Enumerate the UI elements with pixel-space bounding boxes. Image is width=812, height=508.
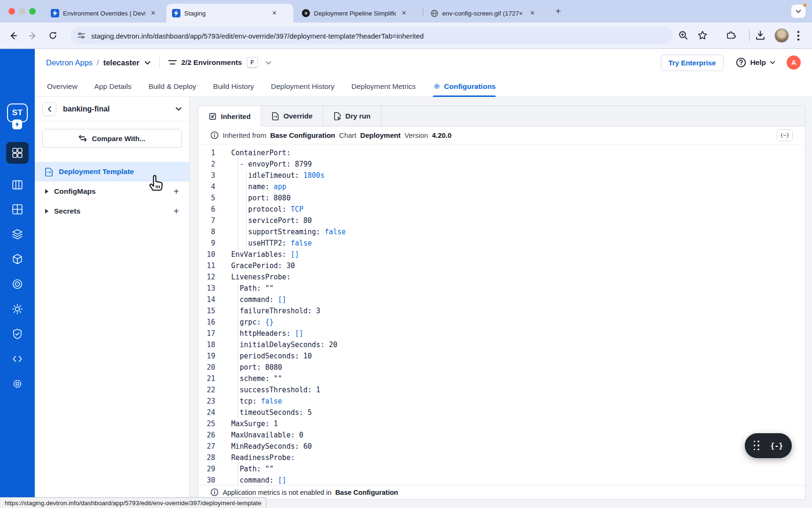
site-settings-icon[interactable] (77, 32, 86, 40)
environment-count[interactable]: 2/2 Environments (181, 58, 242, 67)
extensions-icon[interactable] (726, 30, 737, 41)
code-line[interactable]: 24 timeoutSeconds: 5 (198, 407, 805, 418)
sidebar-item-settings[interactable] (6, 373, 29, 395)
code-line[interactable]: 10EnvVariables: [] (198, 249, 805, 260)
template-tab-override[interactable]: Override (261, 106, 323, 126)
code-line[interactable]: 20 port: 8080 (198, 362, 805, 373)
expand-caret-icon[interactable] (45, 209, 48, 214)
code-line[interactable]: 2 - envoyPort: 8799 (198, 159, 805, 170)
add-icon[interactable]: + (173, 186, 179, 197)
line-number: 25 (198, 418, 225, 429)
zoom-page-icon[interactable] (678, 30, 689, 41)
nav-tab-build-history[interactable]: Build History (213, 76, 254, 97)
code-line[interactable]: 16 grpc: {} (198, 317, 805, 328)
nav-tab-configurations[interactable]: Configurations (433, 76, 496, 97)
code-line[interactable]: 28ReadinessProbe: (198, 452, 805, 463)
help-menu[interactable]: Help (736, 57, 775, 68)
code-line[interactable]: 5 port: 8080 (198, 192, 805, 204)
browser-profile-avatar[interactable] (774, 28, 789, 43)
try-enterprise-button[interactable]: Try Enterprise (661, 55, 724, 71)
nav-tab-deployment-metrics[interactable]: Deployment Metrics (351, 76, 416, 97)
window-close-button[interactable] (8, 8, 15, 15)
sidebar-item-chart-store[interactable] (6, 248, 29, 270)
nav-tab-app-details[interactable]: App Details (94, 76, 132, 97)
template-mode-tabs: Inherited Override Dry run (198, 106, 805, 127)
tab-close-icon[interactable]: ✕ (149, 9, 157, 17)
template-tab-inherited[interactable]: Inherited (198, 106, 261, 127)
code-line[interactable]: 8 supportStreaming: false (198, 226, 805, 238)
code-line[interactable]: 18 initialDelaySeconds: 20 (198, 339, 805, 350)
app-metrics-bar: Application metrics is not enabled in Ba… (198, 485, 805, 499)
code-line[interactable]: 14 command: [] (198, 294, 805, 305)
browser-tab[interactable]: Environment Overrides | Devt ✕ (45, 4, 164, 23)
tab-close-icon[interactable]: ✕ (270, 9, 279, 17)
code-line[interactable]: 11GracePeriod: 30 (198, 260, 805, 271)
code-line[interactable]: 4 name: app (198, 181, 805, 192)
url-bar[interactable]: staging.devtron.info/dashboard/app/5793/… (70, 27, 673, 44)
compare-with-button[interactable]: Compare With... (42, 129, 182, 148)
new-tab-button[interactable]: + (555, 6, 561, 17)
sidebar-item-deployment-targets[interactable] (6, 273, 29, 295)
code-line[interactable]: 19 periodSeconds: 10 (198, 350, 805, 362)
back-to-envs-button[interactable] (42, 102, 56, 116)
user-avatar[interactable]: A (787, 56, 801, 70)
window-minimize-button[interactable] (19, 8, 25, 15)
expand-caret-icon[interactable] (45, 189, 48, 194)
code-line[interactable]: 13 Path: "" (198, 283, 805, 294)
env-name-chevron-icon[interactable] (175, 107, 182, 111)
sidebar-item-jobs[interactable] (6, 174, 29, 196)
tab-close-icon[interactable]: ✕ (528, 9, 537, 17)
svg-text:✳: ✳ (304, 10, 308, 16)
sidebar-item-resource-browser[interactable] (6, 223, 29, 245)
sidebar-item-apps[interactable] (6, 142, 29, 164)
template-tab-dry-run[interactable]: Dry run (323, 106, 381, 126)
code-line[interactable]: 25MaxSurge: 1 (198, 418, 805, 429)
code-line[interactable]: 1ContainerPort: (198, 147, 805, 159)
breadcrumb-devtron-apps[interactable]: Devtron Apps (46, 58, 93, 67)
code-line[interactable]: 21 scheme: "" (198, 373, 805, 384)
code-line[interactable]: 27MinReadySeconds: 60 (198, 441, 805, 452)
bookmark-star-icon[interactable] (697, 30, 708, 41)
toggle-readme-button[interactable]: {⋯} (777, 129, 793, 141)
tab-close-icon[interactable]: ✕ (400, 9, 408, 17)
yaml-editor[interactable]: 1ContainerPort:2 - envoyPort: 87993 idle… (198, 145, 805, 485)
app-switch-chevron-icon[interactable] (144, 61, 151, 65)
code-line[interactable]: 12LivenessProbe: (198, 271, 805, 283)
window-zoom-button[interactable] (29, 8, 36, 15)
code-line[interactable]: 7 servicePort: 80 (198, 215, 805, 226)
browser-tab-strip: Environment Overrides | Devt ✕ Staging ✕… (0, 0, 812, 23)
code-line[interactable]: 30 command: [] (198, 475, 805, 485)
browser-tab[interactable]: env-config-screen.gif (1727× ✕ (425, 4, 548, 23)
code-line[interactable]: 29 Path: "" (198, 463, 805, 475)
env-dropdown-chevron-icon[interactable] (265, 61, 272, 65)
code-line[interactable]: 9 useHTTP2: false (198, 238, 805, 249)
downloads-icon[interactable] (755, 30, 766, 41)
drag-handle-icon[interactable] (754, 441, 760, 451)
code-line[interactable]: 26MaxUnavailable: 0 (198, 429, 805, 441)
nav-tab-overview[interactable]: Overview (47, 76, 78, 97)
sidebar-item-clusters[interactable] (6, 298, 29, 320)
code-line[interactable]: 23 tcp: false (198, 396, 805, 407)
line-number: 19 (198, 350, 225, 362)
sidebar-item-security[interactable] (6, 323, 29, 345)
line-number: 7 (198, 215, 225, 226)
add-icon[interactable]: + (173, 206, 179, 217)
back-button[interactable] (6, 28, 21, 43)
nav-tab-build-deploy[interactable]: Build & Deploy (148, 76, 196, 97)
sidebar-item-application-groups[interactable] (6, 198, 29, 220)
browser-menu-icon[interactable] (797, 31, 800, 41)
code-snippet-icon[interactable]: {-} (770, 442, 783, 450)
sidebar-item-code[interactable] (6, 348, 29, 370)
code-line[interactable]: 15 failureThreshold: 3 (198, 305, 805, 317)
code-line[interactable]: 17 httpHeaders: [] (198, 328, 805, 339)
config-item-secrets[interactable]: Secrets+ (35, 201, 189, 221)
tab-search-button[interactable] (791, 5, 805, 18)
code-line[interactable]: 3 idleTimeout: 1800s (198, 170, 805, 181)
code-line[interactable]: 22 successThreshold: 1 (198, 384, 805, 396)
code-line[interactable]: 6 protocol: TCP (198, 204, 805, 215)
nav-tab-deployment-history[interactable]: Deployment History (271, 76, 335, 97)
browser-tab[interactable]: ✳ Deployment Pipeline Simplific ✕ (296, 4, 422, 23)
reload-button[interactable] (45, 28, 60, 43)
browser-tab[interactable]: Staging ✕ (166, 4, 293, 23)
forward-button[interactable] (25, 28, 40, 43)
